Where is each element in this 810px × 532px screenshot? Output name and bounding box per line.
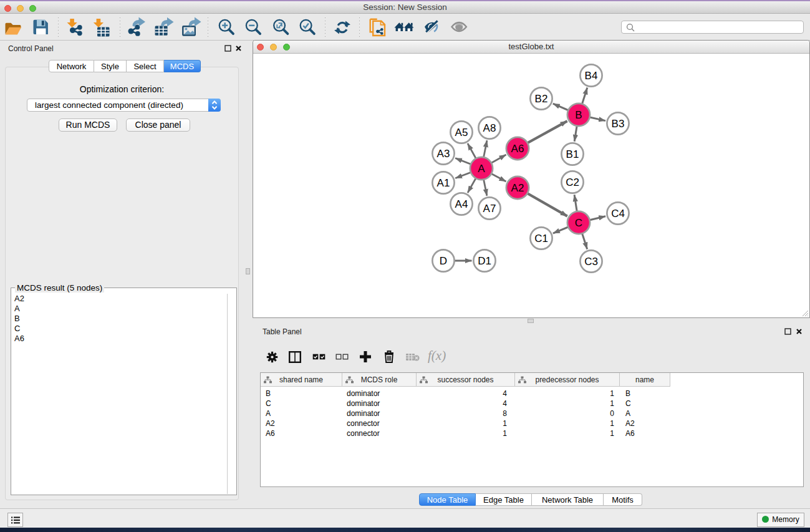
svg-text:A6: A6	[511, 143, 524, 155]
svg-text:D1: D1	[478, 255, 491, 267]
svg-text:B: B	[575, 109, 582, 121]
svg-text:C3: C3	[584, 256, 598, 268]
svg-text:A1: A1	[437, 177, 450, 189]
svg-text:D: D	[440, 255, 447, 267]
svg-text:B4: B4	[585, 70, 598, 82]
svg-text:A7: A7	[483, 203, 496, 215]
svg-text:A: A	[478, 163, 485, 175]
svg-text:A4: A4	[455, 198, 468, 210]
svg-text:B1: B1	[566, 148, 579, 160]
svg-text:A3: A3	[437, 148, 450, 160]
svg-text:C1: C1	[534, 233, 548, 244]
svg-text:A2: A2	[511, 182, 524, 194]
svg-text:B2: B2	[535, 93, 548, 105]
svg-text:C2: C2	[566, 177, 579, 188]
svg-text:C4: C4	[611, 208, 625, 220]
svg-text:A5: A5	[455, 127, 468, 138]
svg-text:C: C	[575, 217, 582, 229]
svg-text:A8: A8	[483, 122, 496, 134]
svg-text:B3: B3	[612, 118, 625, 130]
